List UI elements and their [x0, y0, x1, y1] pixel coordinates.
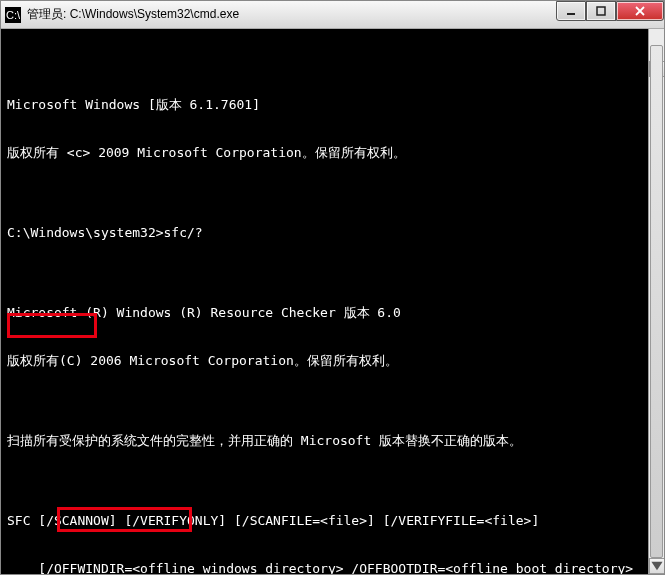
- window-title: 管理员: C:\Windows\System32\cmd.exe: [27, 6, 239, 23]
- minimize-icon: [566, 6, 576, 16]
- terminal-content: Microsoft Windows [版本 6.1.7601] 版权所有 <c>…: [7, 65, 647, 574]
- svg-rect-1: [597, 7, 605, 15]
- chevron-down-icon: [650, 559, 664, 573]
- close-icon: [635, 6, 645, 16]
- terminal-line: Microsoft Windows [版本 6.1.7601]: [7, 97, 647, 113]
- terminal-line: 版权所有 <c> 2009 Microsoft Corporation。保留所有…: [7, 145, 647, 161]
- titlebar[interactable]: C:\ 管理员: C:\Windows\System32\cmd.exe: [1, 1, 664, 29]
- terminal-line: [/OFFWINDIR=<offline windows directory> …: [7, 561, 647, 574]
- terminal-line: 版权所有(C) 2006 Microsoft Corporation。保留所有权…: [7, 353, 647, 369]
- cmd-icon: C:\: [5, 7, 21, 23]
- scrollbar-track[interactable]: [649, 45, 664, 558]
- terminal-line: C:\Windows\system32>sfc/?: [7, 225, 647, 241]
- close-button[interactable]: [616, 1, 664, 21]
- window-controls: [556, 1, 664, 21]
- minimize-button[interactable]: [556, 1, 586, 21]
- scrollbar[interactable]: [648, 29, 664, 574]
- maximize-button[interactable]: [586, 1, 616, 21]
- terminal-line: Microsoft (R) Windows (R) Resource Check…: [7, 305, 647, 321]
- svg-marker-5: [651, 562, 662, 570]
- scroll-down-button[interactable]: [649, 558, 664, 574]
- terminal[interactable]: Microsoft Windows [版本 6.1.7601] 版权所有 <c>…: [1, 29, 664, 574]
- maximize-icon: [596, 6, 606, 16]
- scrollbar-thumb[interactable]: [650, 45, 663, 558]
- terminal-line: 扫描所有受保护的系统文件的完整性，并用正确的 Microsoft 版本替换不正确…: [7, 433, 647, 449]
- terminal-line: SFC [/SCANNOW] [/VERIFYONLY] [/SCANFILE=…: [7, 513, 647, 529]
